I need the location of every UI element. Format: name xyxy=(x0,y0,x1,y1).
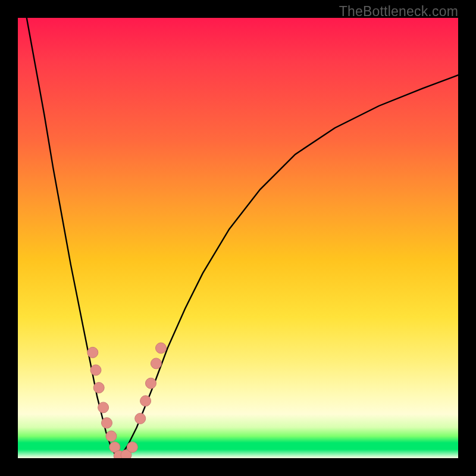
marker-dot xyxy=(90,365,101,375)
chart-frame: TheBottleneck.com xyxy=(0,0,476,476)
marker-dot xyxy=(140,396,151,406)
marker-dot xyxy=(156,343,167,353)
marker-dot xyxy=(102,418,112,428)
marker-dot xyxy=(127,442,137,453)
marker-dot xyxy=(146,378,156,389)
curve-right-arm xyxy=(119,75,458,458)
watermark-text: TheBottleneck.com xyxy=(339,4,458,20)
marker-dot xyxy=(106,431,117,441)
marker-dot xyxy=(151,358,161,369)
marker-dot xyxy=(135,413,146,424)
marker-dot xyxy=(98,402,109,413)
curve-left-arm xyxy=(27,18,119,458)
marker-dot xyxy=(93,383,104,393)
plot-area xyxy=(18,18,458,458)
marker-group xyxy=(87,343,167,458)
curve-layer xyxy=(18,18,458,458)
marker-dot xyxy=(87,347,98,358)
